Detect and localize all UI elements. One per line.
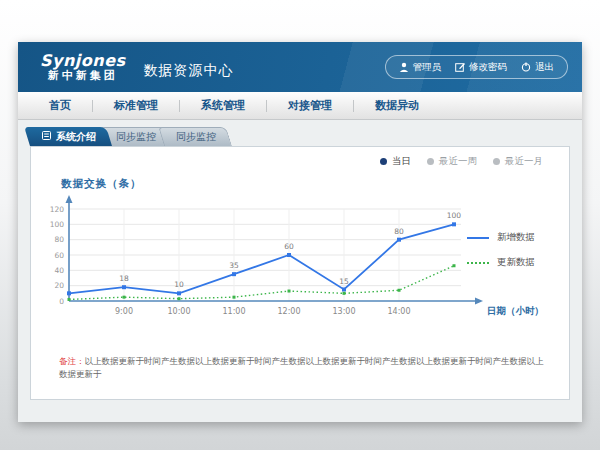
svg-text:100: 100 bbox=[50, 220, 65, 229]
logout-label: 退出 bbox=[535, 61, 554, 74]
filter-today[interactable]: 当日 bbox=[380, 155, 411, 168]
brand-logo: Synjones 新中新集团 bbox=[40, 53, 126, 81]
nav-item-home[interactable]: 首页 bbox=[28, 98, 92, 113]
svg-text:40: 40 bbox=[54, 266, 64, 275]
nav-item-interface[interactable]: 对接管理 bbox=[267, 98, 353, 113]
svg-text:100: 100 bbox=[447, 211, 462, 220]
svg-text:11:00: 11:00 bbox=[222, 307, 245, 316]
filter-last-month[interactable]: 最近一月 bbox=[493, 155, 543, 168]
app-header: Synjones 新中新集团 数据资源中心 管理员 修改密码 退出 bbox=[18, 42, 582, 92]
dotted-line-icon bbox=[467, 262, 489, 264]
filter-label: 最近一周 bbox=[439, 155, 477, 168]
svg-text:10: 10 bbox=[174, 280, 184, 289]
footnote-text: 以上数据更新于时间产生数据以上数据更新于时间产生数据以上数据更新于时间产生数据以… bbox=[59, 356, 544, 379]
svg-text:0: 0 bbox=[59, 297, 64, 306]
filter-last-week[interactable]: 最近一周 bbox=[427, 155, 477, 168]
user-icon bbox=[399, 62, 409, 72]
legend-label: 更新数据 bbox=[497, 256, 535, 269]
nav-item-system[interactable]: 系统管理 bbox=[180, 98, 266, 113]
user-menu: 管理员 修改密码 退出 bbox=[385, 55, 569, 79]
svg-text:15: 15 bbox=[339, 277, 349, 286]
tab-bar: 系统介绍 同步监控 同步监控 bbox=[30, 127, 570, 146]
power-icon bbox=[521, 62, 531, 72]
logout-button[interactable]: 退出 bbox=[521, 61, 554, 74]
nav-item-data-change[interactable]: 数据异动 bbox=[354, 98, 440, 113]
svg-text:日期（小时）: 日期（小时） bbox=[487, 305, 544, 317]
svg-text:60: 60 bbox=[284, 242, 294, 251]
tab-system-intro[interactable]: 系统介绍 bbox=[30, 127, 112, 146]
y-axis-title: 数据交换（条） bbox=[61, 177, 142, 191]
filter-label: 当日 bbox=[392, 155, 411, 168]
radio-dot-icon bbox=[493, 158, 500, 165]
legend-updated-data[interactable]: 更新数据 bbox=[467, 256, 555, 269]
chart-panel: 当日 最近一周 最近一月 数据交换（条） 0204060801001209:00… bbox=[30, 146, 570, 400]
legend-new-data[interactable]: 新增数据 bbox=[467, 231, 555, 244]
page-title: 数据资源中心 bbox=[144, 62, 234, 80]
svg-text:120: 120 bbox=[50, 205, 65, 214]
current-user[interactable]: 管理员 bbox=[399, 61, 442, 74]
current-user-label: 管理员 bbox=[413, 61, 442, 74]
svg-text:20: 20 bbox=[54, 281, 64, 290]
tab-label: 系统介绍 bbox=[56, 130, 96, 144]
svg-text:10:00: 10:00 bbox=[167, 307, 190, 316]
tab-label: 同步监控 bbox=[116, 130, 156, 144]
legend-label: 新增数据 bbox=[497, 231, 535, 244]
svg-text:35: 35 bbox=[229, 261, 239, 270]
svg-text:9:00: 9:00 bbox=[115, 307, 133, 316]
svg-text:80: 80 bbox=[54, 235, 64, 244]
svg-text:80: 80 bbox=[394, 227, 404, 236]
brand-logo-subtext: 新中新集团 bbox=[40, 70, 126, 82]
svg-text:14:00: 14:00 bbox=[387, 307, 410, 316]
footnote: 备注：以上数据更新于时间产生数据以上数据更新于时间产生数据以上数据更新于时间产生… bbox=[59, 355, 549, 381]
tab-sync-monitor-2[interactable]: 同步监控 bbox=[164, 127, 232, 146]
svg-text:12:00: 12:00 bbox=[277, 307, 300, 316]
svg-text:60: 60 bbox=[54, 251, 64, 260]
nav-item-standards[interactable]: 标准管理 bbox=[93, 98, 179, 113]
footnote-prefix: 备注： bbox=[59, 356, 85, 366]
document-icon bbox=[42, 131, 51, 142]
solid-line-icon bbox=[467, 237, 489, 239]
chart-legend: 新增数据 更新数据 bbox=[467, 231, 555, 281]
change-password-label: 修改密码 bbox=[469, 61, 507, 74]
content-area: 系统介绍 同步监控 同步监控 当日 最近一周 bbox=[18, 120, 582, 421]
svg-text:18: 18 bbox=[119, 274, 129, 283]
main-nav: 首页 标准管理 系统管理 对接管理 数据异动 bbox=[18, 92, 582, 120]
tab-label: 同步监控 bbox=[176, 130, 216, 144]
brand-logo-text: Synjones bbox=[40, 53, 126, 70]
change-password-button[interactable]: 修改密码 bbox=[455, 61, 507, 74]
range-filter: 当日 最近一周 最近一月 bbox=[380, 155, 543, 168]
app-window: Synjones 新中新集团 数据资源中心 管理员 修改密码 退出 首页 标准管… bbox=[18, 42, 582, 422]
edit-icon bbox=[455, 62, 465, 72]
radio-dot-icon bbox=[427, 158, 434, 165]
svg-text:13:00: 13:00 bbox=[332, 307, 355, 316]
radio-dot-icon bbox=[380, 158, 387, 165]
filter-label: 最近一月 bbox=[505, 155, 543, 168]
